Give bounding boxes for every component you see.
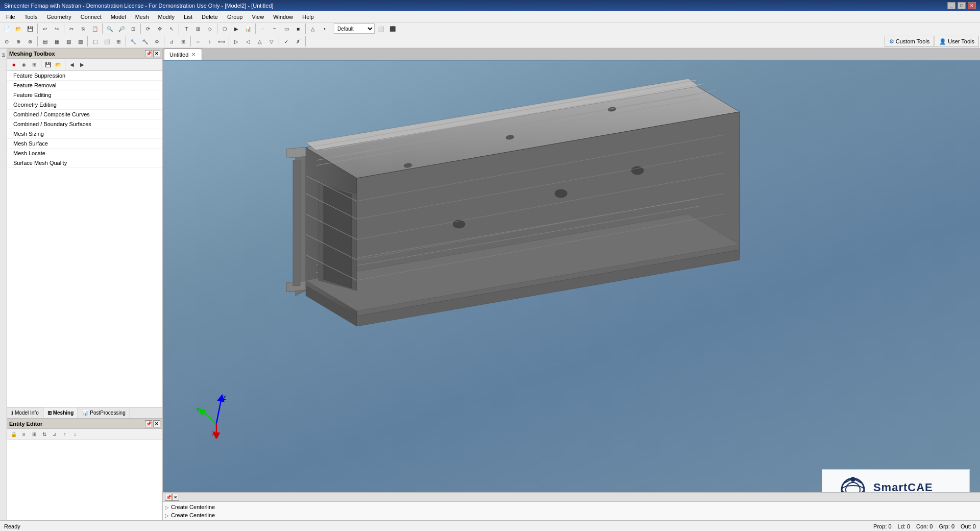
menu-connect[interactable]: Connect [77,11,106,22]
tb2-1[interactable]: ⊙ [1,36,12,47]
tree-item-composite-curves[interactable]: Combined / Composite Curves [7,110,162,119]
restore-button[interactable]: □ [958,2,966,9]
ee-list-icon[interactable]: ≡ [19,430,29,439]
tb-save[interactable]: 💾 [24,23,36,34]
tab-meshing[interactable]: ⊞ Meshing [43,407,79,419]
tree-item-boundary-surfaces[interactable]: Combined / Boundary Surfaces [7,119,162,129]
toolbox-icon-forward[interactable]: ▶ [78,60,87,69]
tb2-11[interactable]: 🔧 [128,36,139,47]
tb2-20[interactable]: ▽ [266,36,277,47]
tb2-13[interactable]: ⚙ [151,36,162,47]
entity-editor-pin[interactable]: 📌 [145,420,152,427]
tb2-7[interactable]: ▨ [75,36,86,47]
toolbox-icon-5[interactable]: 📂 [54,60,63,69]
ee-lock-icon[interactable]: 🔒 [9,430,18,439]
tb2-16[interactable]: ⟺ [216,36,227,47]
tb-cut[interactable]: ✂ [66,23,77,34]
tab-untitled-close[interactable]: ✕ [190,52,197,58]
tb-zoom-fit[interactable]: ⊡ [128,23,139,34]
ee-sort-icon[interactable]: ⇅ [40,430,49,439]
tab-postprocessing[interactable]: 📊 PostProcessing [78,407,130,419]
tb2-19[interactable]: △ [254,36,265,47]
tb2-check[interactable]: ✓ [281,36,292,47]
tb-zoom-out[interactable]: 🔎 [116,23,127,34]
tree-item-mesh-locate[interactable]: Mesh Locate [7,149,162,158]
tb-render[interactable]: ⬜ [375,23,386,34]
tb-solver[interactable]: ▶ [231,23,242,34]
tree-item-feature-suppression[interactable]: Feature Suppression [7,71,162,81]
tb-open[interactable]: 📂 [13,23,24,34]
tb-mesh-btn[interactable]: ⬡ [219,23,230,34]
vert-tab-model[interactable]: M [0,51,7,60]
tb-paste[interactable]: 📋 [89,23,101,34]
ee-filter-icon[interactable]: ⊿ [50,430,59,439]
tree-item-surface-mesh-quality[interactable]: Surface Mesh Quality [7,158,162,168]
toolbox-icon-back[interactable]: ◀ [67,60,77,69]
tb2-8[interactable]: ⬚ [89,36,101,47]
entity-editor-close[interactable]: ✕ [153,420,160,427]
panel-close-icon[interactable]: ✕ [153,50,160,57]
tb2-12[interactable]: 🔨 [139,36,151,47]
tb-wireframe[interactable]: ⬛ [387,23,398,34]
tb-view-iso[interactable]: ◇ [204,23,215,34]
tb2-x[interactable]: ✗ [292,36,304,47]
tb-new[interactable]: 📄 [1,23,12,34]
tab-untitled[interactable]: Untitled ✕ [164,49,202,60]
tb2-17[interactable]: ▷ [231,36,242,47]
menu-delete[interactable]: Delete [198,11,222,22]
viewport[interactable]: Y Z X [163,61,980,520]
tb-redo[interactable]: ↪ [51,23,62,34]
tb2-6[interactable]: ▧ [63,36,74,47]
tb-node[interactable]: • [319,23,330,34]
tree-item-mesh-surface[interactable]: Mesh Surface [7,139,162,149]
menu-model[interactable]: Model [107,11,130,22]
ee-down-icon[interactable]: ↓ [70,430,80,439]
tb2-3[interactable]: ⊗ [24,36,36,47]
tb-copy[interactable]: ⎘ [78,23,89,34]
tb2-snap[interactable]: ⊿ [166,36,177,47]
tb2-18[interactable]: ◁ [242,36,254,47]
tb-element[interactable]: △ [307,23,318,34]
tb2-14[interactable]: ↔ [192,36,204,47]
tb-zoom-in[interactable]: 🔍 [104,23,115,34]
menu-tools[interactable]: Tools [20,11,42,22]
tb-undo[interactable]: ↩ [39,23,51,34]
ee-group-icon[interactable]: ⊞ [30,430,39,439]
tb2-9[interactable]: ⬜ [101,36,112,47]
menu-help[interactable]: Help [298,11,318,22]
menu-file[interactable]: File [2,11,19,22]
log-close-icon[interactable]: ✕ [172,494,179,501]
tb-curve[interactable]: ~ [269,23,280,34]
menu-modify[interactable]: Modify [154,11,179,22]
user-tools-button[interactable]: 👤 User Tools [935,36,979,47]
tree-item-geometry-editing[interactable]: Geometry Editing [7,100,162,110]
panel-pin-icon[interactable]: 📌 [145,50,152,57]
tb-solid[interactable]: ■ [292,23,304,34]
toolbox-icon-2[interactable]: ◈ [19,60,29,69]
tb2-10[interactable]: ⊞ [113,36,124,47]
tb-rotate[interactable]: ⟳ [142,23,154,34]
menu-mesh[interactable]: Mesh [131,11,153,22]
tree-item-feature-removal[interactable]: Feature Removal [7,81,162,90]
view-dropdown[interactable]: Default [334,23,375,34]
toolbox-icon-4[interactable]: 💾 [43,60,53,69]
tb2-2[interactable]: ⊕ [13,36,24,47]
tb-surface[interactable]: ▭ [281,23,292,34]
tree-item-mesh-sizing[interactable]: Mesh Sizing [7,129,162,139]
menu-group[interactable]: Group [223,11,247,22]
toolbox-icon-red[interactable]: ■ [9,60,18,69]
menu-geometry[interactable]: Geometry [42,11,75,22]
menu-list[interactable]: List [180,11,197,22]
log-pin-icon[interactable]: 📌 [165,494,172,501]
menu-window[interactable]: Window [269,11,297,22]
tb2-5[interactable]: ▦ [51,36,62,47]
tb-view-top[interactable]: ⊤ [181,23,192,34]
ee-up-icon[interactable]: ↑ [60,430,69,439]
tb-pan[interactable]: ✥ [154,23,165,34]
tb2-grid[interactable]: ⊞ [178,36,189,47]
tb2-4[interactable]: ▤ [39,36,51,47]
close-button[interactable]: ✕ [968,2,976,9]
tb2-15[interactable]: ↕ [204,36,215,47]
custom-tools-button[interactable]: ⚙ Custom Tools [885,36,934,47]
tb-view-front[interactable]: ⊞ [192,23,204,34]
